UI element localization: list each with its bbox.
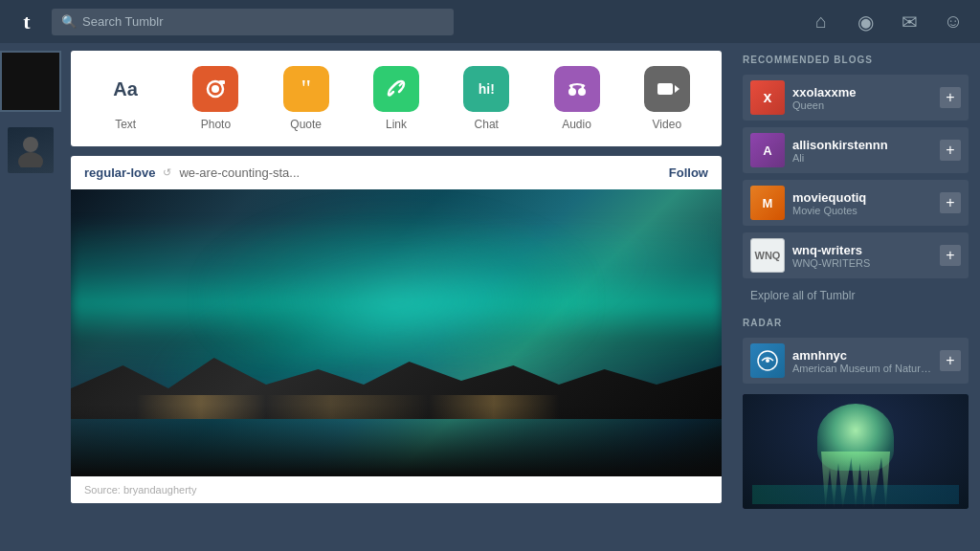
account-icon[interactable]: ☺ bbox=[940, 9, 967, 35]
blog-info-xxola: xxolaxxme Queen bbox=[792, 85, 932, 111]
svg-point-0 bbox=[23, 137, 38, 152]
mail-icon[interactable]: ✉ bbox=[896, 9, 923, 35]
feed-post-image bbox=[71, 189, 722, 476]
recommended-blog-allison[interactable]: A allisonkirstennn Ali + bbox=[743, 127, 969, 173]
photo-svg bbox=[202, 76, 229, 102]
radar-image bbox=[743, 394, 969, 509]
post-source: Source: bryandaugherty bbox=[71, 476, 722, 503]
radar-blog-info: amnhnyc American Museum of Natural Histo… bbox=[792, 348, 932, 374]
user-avatar-top[interactable] bbox=[0, 51, 61, 112]
radar-title: RADAR bbox=[743, 318, 969, 328]
main-layout: Aa Text Photo " Quote bbox=[0, 43, 980, 551]
quote-label: Quote bbox=[290, 118, 322, 131]
follow-plus-movie[interactable]: + bbox=[940, 192, 961, 213]
blog-tagline-wnq: WNQ-WRITERS bbox=[792, 257, 932, 269]
explore-all-link[interactable]: Explore all of Tumblr bbox=[743, 285, 969, 306]
post-type-audio[interactable]: Audio bbox=[548, 66, 606, 131]
follow-button[interactable]: Follow bbox=[669, 165, 708, 180]
blog-info-allison: allisonkirstennn Ali bbox=[792, 138, 932, 164]
radar-blog-name: amnhnyc bbox=[792, 348, 932, 363]
radar-blog[interactable]: amnhnyc American Museum of Natural Histo… bbox=[743, 338, 969, 384]
link-icon bbox=[373, 66, 419, 112]
center-feed: Aa Text Photo " Quote bbox=[61, 43, 731, 551]
post-type-text[interactable]: Aa Text bbox=[97, 66, 154, 131]
compass-icon[interactable]: ◉ bbox=[852, 9, 879, 35]
radar-avatar-icon bbox=[756, 349, 779, 372]
blog-name-movie: moviequotiq bbox=[792, 190, 932, 205]
chat-label: Chat bbox=[475, 118, 499, 131]
follow-plus-xxola[interactable]: + bbox=[940, 87, 961, 108]
follow-plus-allison[interactable]: + bbox=[940, 140, 961, 161]
blog-name-wnq: wnq-writers bbox=[792, 243, 932, 257]
svg-marker-10 bbox=[675, 85, 679, 93]
tumblr-logo[interactable]: t bbox=[13, 9, 40, 35]
svg-rect-9 bbox=[657, 83, 673, 95]
home-icon[interactable]: ⌂ bbox=[808, 9, 835, 35]
recommended-title: RECOMMENDED BLOGS bbox=[743, 55, 969, 65]
recommended-blog-movie[interactable]: M moviequotiq Movie Quotes + bbox=[743, 180, 969, 226]
blog-avatar-xxola: x bbox=[750, 80, 785, 115]
post-type-quote[interactable]: " Quote bbox=[278, 66, 335, 131]
photo-icon bbox=[192, 66, 238, 112]
blog-name-allison: allisonkirstennn bbox=[792, 138, 932, 152]
user-avatar-bottom[interactable] bbox=[8, 127, 54, 173]
svg-point-12 bbox=[766, 359, 769, 363]
chat-icon: hi! bbox=[463, 66, 509, 112]
aurora-layer-3 bbox=[201, 204, 591, 362]
blog-tagline-allison: Ali bbox=[792, 152, 932, 164]
recommended-blog-wnq[interactable]: WNQ wnq-writers WNQ-WRITERS + bbox=[743, 232, 969, 278]
link-label: Link bbox=[386, 118, 407, 131]
post-type-photo[interactable]: Photo bbox=[187, 66, 244, 131]
search-input[interactable] bbox=[82, 14, 444, 29]
post-type-video[interactable]: Video bbox=[638, 66, 696, 131]
video-label: Video bbox=[653, 118, 681, 131]
blog-name-xxola: xxolaxxme bbox=[792, 85, 932, 99]
radar-blog-tagline: American Museum of Natural History bbox=[792, 363, 932, 374]
follow-plus-radar[interactable]: + bbox=[940, 350, 961, 371]
blog-info-movie: moviequotiq Movie Quotes bbox=[792, 190, 932, 216]
audio-icon bbox=[554, 66, 600, 112]
recommended-blog-xxola[interactable]: x xxolaxxme Queen + bbox=[743, 75, 969, 121]
photo-label: Photo bbox=[201, 118, 231, 131]
search-bar[interactable]: 🔍 bbox=[52, 9, 454, 35]
blog-avatar-wnq: WNQ bbox=[750, 238, 785, 273]
audio-label: Audio bbox=[562, 118, 591, 131]
left-column bbox=[0, 43, 61, 551]
radar-glow bbox=[752, 485, 959, 504]
reblog-icon: ↺ bbox=[163, 166, 171, 179]
nav-icons: ⌂ ◉ ✉ ☺ bbox=[808, 9, 967, 35]
right-sidebar: RECOMMENDED BLOGS x xxolaxxme Queen + A … bbox=[731, 43, 980, 551]
blog-tagline-xxola: Queen bbox=[792, 99, 932, 111]
svg-rect-8 bbox=[581, 84, 584, 92]
text-icon: Aa bbox=[102, 66, 148, 112]
blog-tagline-movie: Movie Quotes bbox=[792, 205, 932, 216]
feed-post: regular-love ↺ we-are-counting-sta... Fo… bbox=[71, 156, 722, 503]
post-type-chat[interactable]: hi! Chat bbox=[457, 66, 515, 131]
svg-point-3 bbox=[212, 85, 219, 93]
blog-avatar-allison: A bbox=[750, 133, 785, 167]
reblog-source: we-are-counting-sta... bbox=[179, 165, 300, 180]
follow-plus-wnq[interactable]: + bbox=[940, 245, 961, 266]
video-icon bbox=[644, 66, 690, 112]
top-nav: t 🔍 ⌂ ◉ ✉ ☺ bbox=[0, 0, 980, 43]
avatar-silhouette bbox=[13, 133, 48, 167]
feed-post-header: regular-love ↺ we-are-counting-sta... Fo… bbox=[71, 156, 722, 189]
text-label: Text bbox=[115, 118, 136, 131]
radar-avatar bbox=[750, 343, 785, 378]
link-svg bbox=[384, 77, 409, 101]
svg-rect-7 bbox=[570, 84, 573, 92]
post-author[interactable]: regular-love bbox=[84, 165, 155, 180]
blog-info-wnq: wnq-writers WNQ-WRITERS bbox=[792, 243, 932, 269]
quote-icon: " bbox=[283, 66, 329, 112]
svg-rect-4 bbox=[219, 80, 225, 84]
sky-bottom bbox=[71, 405, 722, 476]
search-icon: 🔍 bbox=[61, 14, 77, 29]
blog-avatar-movie: M bbox=[750, 186, 785, 220]
logo-text: t bbox=[23, 11, 30, 33]
svg-point-1 bbox=[18, 152, 43, 167]
video-svg bbox=[655, 77, 679, 101]
post-type-link[interactable]: Link bbox=[368, 66, 425, 131]
post-creation-bar: Aa Text Photo " Quote bbox=[71, 51, 722, 146]
audio-svg bbox=[565, 77, 590, 101]
